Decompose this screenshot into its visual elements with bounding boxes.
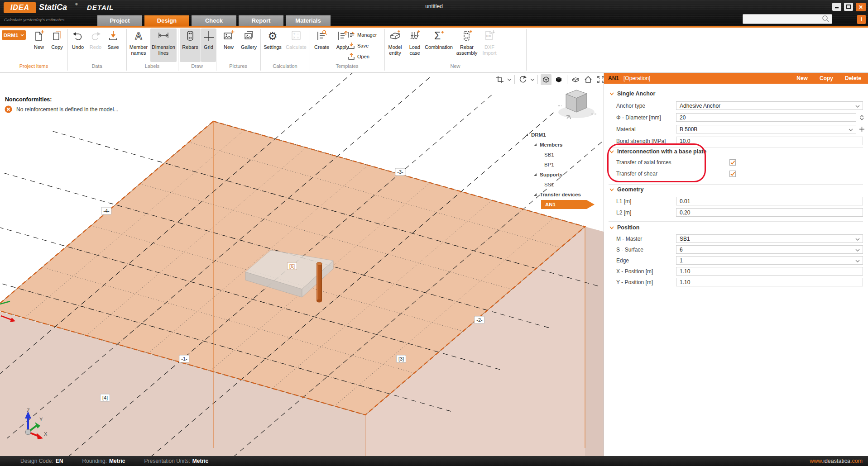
solid-view-button[interactable] [553, 74, 564, 85]
new-picture-button[interactable]: New [219, 29, 239, 62]
tab-materials[interactable]: Materials [286, 15, 331, 26]
navigation-cube[interactable] [556, 84, 599, 119]
search-box[interactable] [743, 14, 832, 24]
dxf-import-button[interactable]: DXF DXF Import [480, 29, 499, 62]
rebar-assembly-button[interactable]: Rebar assembly [454, 29, 480, 62]
add-material-button[interactable] [858, 126, 866, 132]
tree-item-members[interactable]: Members [523, 140, 598, 150]
chevron-down-icon [609, 226, 614, 229]
anchor-type-select[interactable]: Adhesive Anchor [676, 101, 863, 110]
edge-select[interactable]: 1 [676, 256, 863, 265]
chevron-down-icon[interactable] [507, 78, 512, 81]
info-button[interactable]: i [857, 15, 866, 24]
model-entity-button[interactable]: Model entity [384, 29, 406, 62]
rebars-button[interactable]: Rebars [180, 29, 201, 62]
section-view-button[interactable] [570, 74, 581, 85]
save-button[interactable]: Save [105, 29, 122, 62]
chevron-down-icon[interactable] [530, 78, 535, 81]
drm1-dropdown[interactable]: DRM1 [2, 30, 26, 40]
section-position[interactable]: Position [609, 224, 639, 231]
template-open-button[interactable]: Open [348, 52, 384, 62]
template-create-button[interactable]: Create [311, 29, 332, 62]
l1-input[interactable]: 0.01 [676, 197, 863, 205]
expander-icon[interactable] [533, 173, 537, 176]
rebar-assembly-icon [461, 29, 473, 43]
app-logo: IDEA [4, 2, 36, 13]
surface-select[interactable]: 6 [676, 245, 863, 254]
section-interconnection[interactable]: Interconnection with a base plate [609, 148, 706, 155]
wireframe-view-button[interactable] [541, 74, 551, 85]
home-view-button[interactable] [583, 74, 594, 85]
3d-viewport[interactable]: Nonconformities: No reinforcement is def… [0, 73, 604, 456]
axis-z-label: Z [27, 408, 30, 413]
undo-button[interactable]: Undo [69, 29, 87, 62]
combination-button[interactable]: Σ Combination [424, 29, 454, 62]
tree-item-bp1[interactable]: BP1 [523, 160, 598, 170]
tree-item-ss1[interactable]: SS1 [523, 180, 598, 190]
tree-item-an1-selected[interactable]: AN1 [523, 200, 598, 209]
panel-delete-button[interactable]: Delete [845, 75, 861, 81]
tab-check[interactable]: Check [192, 15, 236, 26]
tree-item-supports[interactable]: Supports [523, 170, 598, 180]
load-case-button[interactable]: Load case [406, 29, 423, 62]
panel-new-button[interactable]: New [796, 75, 808, 81]
settings-button[interactable]: ⚙ Settings [261, 29, 284, 62]
crop-view-button[interactable] [494, 74, 505, 85]
calculate-button[interactable]: + − × ÷ Calculate [284, 29, 308, 62]
rounding-status: Rounding: Metric [82, 458, 125, 464]
grid-button[interactable]: Grid [201, 29, 216, 62]
rotate-icon [518, 75, 528, 84]
expander-icon[interactable] [533, 143, 537, 147]
l1-label: L1 [m] [616, 198, 676, 204]
scene-canvas[interactable] [0, 73, 604, 456]
zoom-extents-button[interactable] [595, 74, 604, 85]
search-input[interactable] [743, 16, 821, 22]
material-select[interactable]: B 500B [676, 125, 856, 133]
new-document-icon [33, 29, 45, 43]
svg-text:DXF: DXF [486, 34, 492, 38]
diameter-input[interactable]: 20 [676, 113, 856, 122]
section-single-anchor[interactable]: Single Anchor [609, 90, 655, 97]
tree-item-transfer-devices[interactable]: Transfer devices [523, 190, 598, 200]
axial-forces-label: Transfer of axial forces [616, 159, 676, 166]
tree-item-drm1[interactable]: DRM1 [523, 130, 598, 140]
axial-forces-checkbox[interactable] [729, 159, 736, 166]
shear-checkbox[interactable] [729, 171, 736, 177]
nonconformity-message: No reinforcement is defined in the model… [16, 106, 118, 113]
template-save-button[interactable]: Save [348, 41, 384, 51]
dimension-lines-button[interactable]: Dimension lines [150, 29, 177, 62]
minimize-button[interactable] [832, 3, 841, 11]
diameter-spinner[interactable] [858, 115, 866, 120]
website-link[interactable]: www.ideastatica.com [810, 458, 863, 464]
tab-project[interactable]: Project [97, 15, 142, 26]
expander-icon[interactable] [533, 193, 537, 196]
bond-strength-input[interactable]: 10.0 [676, 137, 863, 145]
chevron-down-icon [609, 150, 614, 153]
maximize-button[interactable] [844, 3, 853, 11]
redo-button[interactable]: Redo [87, 29, 104, 62]
tab-report[interactable]: Report [239, 15, 283, 26]
material-label: Material [616, 126, 676, 133]
rotate-view-button[interactable] [518, 74, 528, 85]
chevron-down-icon[interactable] [860, 118, 864, 120]
l2-input[interactable]: 0.20 [676, 208, 863, 217]
new-project-item-button[interactable]: New [30, 29, 48, 62]
tree-item-sb1[interactable]: SB1 [523, 150, 598, 160]
svg-text:×: × [293, 35, 295, 40]
close-button[interactable]: ✕ [856, 3, 866, 11]
expander-icon[interactable] [525, 133, 528, 137]
selected-item-banner[interactable]: AN1 [541, 200, 595, 209]
panel-copy-button[interactable]: Copy [820, 75, 833, 81]
grid-icon [203, 29, 215, 43]
copy-project-item-button[interactable]: Copy [48, 29, 66, 62]
rebars-icon [184, 29, 196, 43]
template-manager-button[interactable]: Manager [348, 30, 384, 40]
x-position-input[interactable]: 1.10 [676, 267, 863, 276]
tab-design[interactable]: Design [144, 15, 189, 26]
gallery-button[interactable]: Gallery [239, 29, 259, 62]
master-label: M - Master [616, 236, 676, 242]
member-names-button[interactable]: A Member names [128, 29, 149, 62]
y-position-input[interactable]: 1.10 [676, 278, 863, 286]
section-geometry[interactable]: Geometry [609, 186, 643, 193]
master-select[interactable]: SB1 [676, 234, 863, 243]
